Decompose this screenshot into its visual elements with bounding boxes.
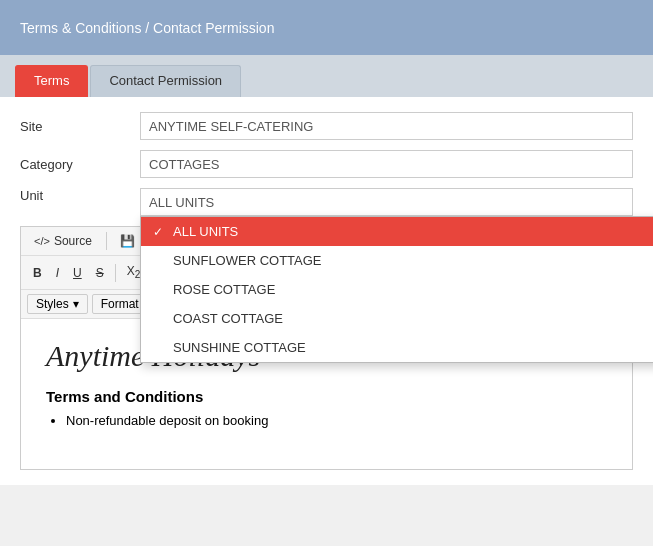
styles-dropdown[interactable]: Styles ▾ [27, 294, 88, 314]
toolbar-separator [106, 232, 107, 250]
tab-bar: Terms Contact Permission [0, 55, 653, 97]
save-button[interactable]: 💾 [114, 231, 141, 251]
site-row: Site [20, 112, 633, 140]
breadcrumb: Terms & Conditions / Contact Permission [20, 20, 274, 36]
unit-row: Unit ALL UNITS ✓ ALL UNITS SUNFLOWER COT… [20, 188, 633, 216]
unit-dropdown-container: ALL UNITS ✓ ALL UNITS SUNFLOWER COTTAGE … [140, 188, 633, 216]
editor-list: Non-refundable deposit on booking [46, 413, 607, 428]
site-input[interactable] [140, 112, 633, 140]
unit-selected-value: ALL UNITS [149, 195, 214, 210]
site-label: Site [20, 119, 140, 134]
dropdown-option-sunshine[interactable]: SUNSHINE COTTAGE [141, 333, 653, 362]
check-icon: ✓ [153, 225, 167, 239]
bold-button[interactable]: B [27, 263, 48, 283]
styles-arrow: ▾ [73, 297, 79, 311]
dropdown-option-all-units[interactable]: ✓ ALL UNITS [141, 217, 653, 246]
italic-button[interactable]: I [50, 263, 65, 283]
source-button[interactable]: </> Source [27, 231, 99, 251]
unit-dropdown-selected[interactable]: ALL UNITS [140, 188, 633, 216]
tab-terms[interactable]: Terms [15, 65, 88, 97]
header: Terms & Conditions / Contact Permission [0, 0, 653, 55]
category-row: Category [20, 150, 633, 178]
dropdown-option-rose[interactable]: ROSE COTTAGE [141, 275, 653, 304]
source-icon: </> [34, 235, 50, 247]
editor-list-item: Non-refundable deposit on booking [66, 413, 607, 428]
strikethrough-button[interactable]: S [90, 263, 110, 283]
dropdown-option-sunflower[interactable]: SUNFLOWER COTTAGE [141, 246, 653, 275]
dropdown-option-coast[interactable]: COAST COTTAGE [141, 304, 653, 333]
unit-label: Unit [20, 188, 140, 203]
underline-button[interactable]: U [67, 263, 88, 283]
toolbar-separator3 [115, 264, 116, 282]
save-icon: 💾 [120, 234, 135, 248]
category-label: Category [20, 157, 140, 172]
tab-contact-permission[interactable]: Contact Permission [90, 65, 241, 97]
category-input[interactable] [140, 150, 633, 178]
unit-dropdown-menu: ✓ ALL UNITS SUNFLOWER COTTAGE ROSE COTTA… [140, 216, 653, 363]
editor-heading: Terms and Conditions [46, 388, 607, 405]
main-content: Site Category Unit ALL UNITS ✓ ALL UNITS… [0, 97, 653, 485]
